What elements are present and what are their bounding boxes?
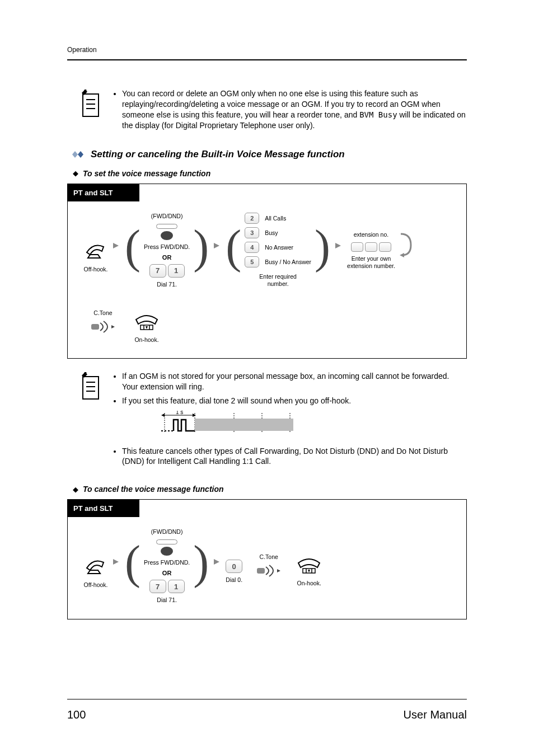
- arrow-icon: [111, 241, 121, 250]
- or-label: OR: [162, 570, 172, 576]
- flow-cancel: PT and SLT Off-hook. ( (FWD/DND): [67, 499, 467, 619]
- onhook-icon: [133, 313, 161, 333]
- arrow-icon: [212, 241, 222, 250]
- svg-marker-27: [113, 559, 119, 565]
- svg-marker-4: [72, 151, 78, 158]
- svg-rect-25: [195, 419, 293, 431]
- call-type-options: 2 All Calls 3 Busy 4 No Answer 5 Busy / …: [245, 213, 311, 288]
- subheading-cancel: ◆ To cancel the voice message function: [73, 485, 467, 494]
- step-dial71-cancel: 7 1 Dial 71.: [149, 580, 185, 604]
- page-footer: 100 User Manual: [67, 699, 467, 721]
- note-cancels-fwd: This feature cancels other types of Call…: [122, 446, 467, 467]
- key-2-icon: 2: [245, 213, 259, 224]
- svg-marker-6: [113, 243, 119, 248]
- offhook-label: Off-hook.: [84, 266, 108, 273]
- section-title: Setting or canceling the Built-in Voice …: [91, 149, 345, 160]
- step-onhook: On-hook.: [133, 302, 161, 344]
- step-ctone: C.Tone: [90, 309, 116, 335]
- paren-open-icon: (: [125, 228, 140, 265]
- paren-close-icon: ): [193, 543, 209, 581]
- ctone-icon: [90, 321, 116, 335]
- svg-marker-18: [161, 414, 165, 417]
- note-block-ogm: You can record or delete an OGM only whe…: [67, 88, 467, 134]
- notepad-icon: [77, 90, 104, 122]
- step-dial71: 7 1 Dial 71.: [149, 264, 185, 288]
- key-5-icon: 5: [245, 256, 259, 267]
- notepad-icon: [77, 372, 104, 405]
- flow-set: PT and SLT Off-hook. ( (: [67, 184, 467, 359]
- offhook-icon: [83, 555, 108, 578]
- svg-marker-8: [335, 243, 341, 248]
- manual-label: User Manual: [404, 708, 467, 721]
- step-fwd-dnd: (FWD/DND) Press FWD/DND.: [144, 213, 190, 251]
- paren-close-icon: ): [193, 228, 209, 265]
- black-diamond-icon: ◆: [73, 485, 78, 494]
- header-rule: [67, 59, 467, 60]
- paren-open-icon: (: [125, 543, 140, 581]
- step-dial0: 0 Dial 0.: [226, 548, 242, 584]
- step-offhook: Off-hook.: [83, 228, 108, 273]
- step-onhook-cancel: On-hook.: [295, 545, 323, 587]
- diamond-pair-icon: [72, 151, 85, 158]
- black-diamond-icon: ◆: [73, 169, 78, 177]
- svg-marker-11: [111, 325, 115, 328]
- svg-rect-10: [91, 324, 99, 330]
- wave-time-label: 1 s: [176, 411, 183, 415]
- svg-rect-29: [257, 568, 265, 574]
- note-ogm-text: You can record or delete an OGM only whe…: [122, 88, 467, 131]
- svg-marker-9: [400, 253, 404, 257]
- svg-marker-30: [277, 569, 280, 572]
- cancel-title: To cancel the voice message function: [83, 485, 224, 494]
- flow-set-header: PT and SLT: [68, 184, 139, 201]
- key-0-icon: 0: [226, 560, 242, 573]
- keypad-grid-icon: [351, 242, 391, 252]
- step-ctone-cancel: C.Tone: [256, 553, 282, 579]
- paren-open-icon: (: [226, 228, 241, 265]
- svg-marker-12: [146, 326, 148, 329]
- section-heading: Setting or canceling the Built-in Voice …: [72, 149, 467, 160]
- keypad-71-icon: 7 1: [149, 264, 185, 278]
- note-dialtone2: If you set this feature, dial tone 2 wil…: [122, 396, 467, 406]
- arrow-icon: [111, 557, 121, 566]
- svg-marker-28: [214, 559, 219, 565]
- offhook-icon: [83, 239, 108, 262]
- continue-arrow-icon: [399, 231, 413, 261]
- key-4-icon: 4: [245, 242, 259, 253]
- svg-marker-5: [78, 151, 83, 158]
- subheading-set: ◆ To set the voice message function: [73, 169, 467, 178]
- note-ogm-not-stored: If an OGM is not stored for your persona…: [122, 371, 467, 392]
- step-ext-no: extension no. Enter your own extension n…: [347, 231, 395, 270]
- step-offhook-cancel: Off-hook.: [83, 543, 108, 589]
- keypad-71-icon: 7 1: [149, 580, 185, 593]
- flow-cancel-header: PT and SLT: [68, 500, 139, 517]
- note-block-features: If an OGM is not stored for your persona…: [67, 371, 467, 470]
- svg-marker-31: [308, 570, 310, 572]
- fwd-dnd-button-icon: [156, 224, 177, 240]
- svg-marker-19: [193, 414, 196, 417]
- fwd-dnd-button-icon: [156, 539, 177, 556]
- arrow-icon: [334, 241, 344, 250]
- dialtone-waveform: 1 s: [159, 411, 467, 438]
- ctone-icon: [256, 565, 282, 579]
- step-fwd-dnd-cancel: (FWD/DND) Press FWD/DND.: [144, 528, 190, 566]
- key-3-icon: 3: [245, 227, 259, 238]
- paren-close-icon: ): [315, 228, 330, 265]
- svg-marker-7: [214, 243, 219, 248]
- arrow-icon: [212, 557, 222, 566]
- page-number: 100: [67, 708, 86, 721]
- onhook-icon: [295, 556, 323, 576]
- or-label: OR: [162, 254, 172, 261]
- set-title: To set the voice message function: [83, 169, 210, 178]
- running-header: Operation: [67, 46, 467, 54]
